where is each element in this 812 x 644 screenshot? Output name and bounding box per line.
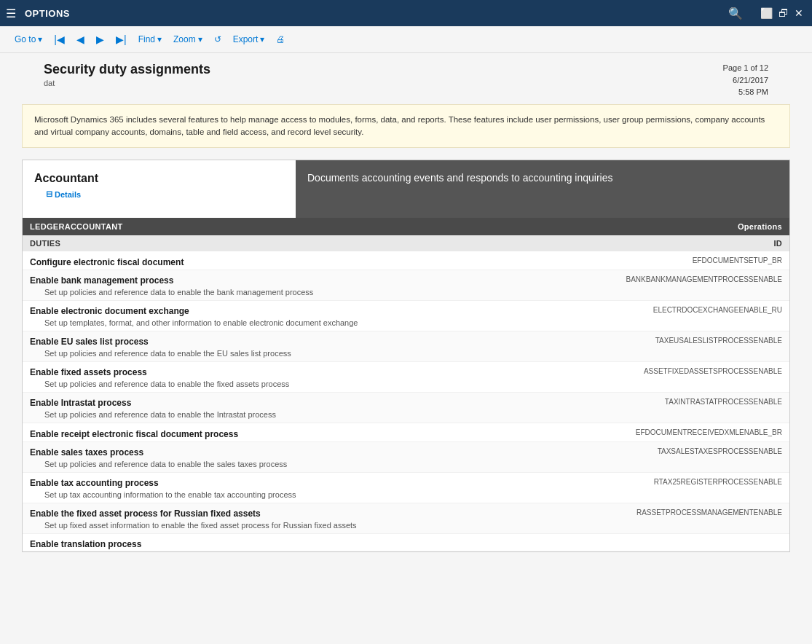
report-subtitle: dat bbox=[44, 79, 210, 87]
hamburger-menu-icon[interactable]: ☰ bbox=[6, 7, 16, 20]
minus-icon: ⊟ bbox=[46, 189, 52, 199]
accountant-title: Accountant bbox=[34, 172, 284, 185]
table-row: Enable electronic document exchangeSet u… bbox=[23, 301, 789, 331]
nav-last-button[interactable]: ▶| bbox=[116, 34, 127, 45]
accountant-header: Accountant ⊟ Details Documents accountin… bbox=[23, 160, 789, 218]
duty-name: Enable electronic document exchange bbox=[23, 301, 598, 318]
duty-id: TAXINTRASTATPROCESSENABLE bbox=[598, 393, 789, 423]
table-row: Enable tax accounting processSet up tax … bbox=[23, 473, 789, 503]
accountant-description: Documents accounting events and responds… bbox=[296, 160, 789, 218]
duty-description: Set up policies and reference data to en… bbox=[23, 287, 598, 300]
duty-name: Enable bank management process bbox=[23, 270, 598, 287]
nav-next-button[interactable]: ▶ bbox=[96, 34, 104, 45]
chevron-down-icon: ▾ bbox=[38, 34, 42, 44]
duty-name: Enable receipt electronic fiscal documen… bbox=[23, 424, 598, 441]
nav-prev-button[interactable]: ◀ bbox=[76, 34, 84, 45]
duty-id: ELECTRDOCEXCHANGEENABLE_RU bbox=[598, 301, 789, 331]
zoom-label: Zoom bbox=[173, 34, 196, 44]
close-icon[interactable]: ✕ bbox=[792, 4, 806, 22]
duty-name-cell: Enable bank management processSet up pol… bbox=[23, 270, 598, 301]
report-date: 6/21/2017 bbox=[723, 74, 768, 87]
info-box: Microsoft Dynamics 365 includes several … bbox=[22, 104, 790, 149]
refresh-button[interactable]: ↺ bbox=[214, 34, 221, 44]
duty-id: EFDOCUMENTRECEIVEDXMLENABLE_BR bbox=[598, 423, 789, 442]
table-row: Enable Intrastat processSet up policies … bbox=[23, 393, 789, 423]
duty-description: Set up policies and reference data to en… bbox=[23, 379, 598, 392]
find-chevron-icon: ▾ bbox=[157, 34, 162, 44]
zoom-button[interactable]: Zoom ▾ bbox=[173, 34, 202, 44]
duty-name: Enable Intrastat process bbox=[23, 393, 598, 409]
app-title: OPTIONS bbox=[25, 8, 375, 19]
duties-column-header: DUTIES bbox=[23, 235, 598, 251]
duty-name: Enable EU sales list process bbox=[23, 331, 598, 348]
main-container: Go to ▾ |◀ ◀ ▶ ▶| Find ▾ Zoom ▾ ↺ Export… bbox=[0, 26, 812, 644]
duty-id: ASSETFIXEDASSETSPROCESSENABLE bbox=[598, 362, 789, 393]
duty-id: TAXEUSALESLISTPROCESSENABLE bbox=[598, 331, 789, 362]
print-button[interactable]: 🖨 bbox=[276, 34, 285, 44]
duty-id: RASSETPROCESSMANAGEMENTENABLE bbox=[598, 503, 789, 534]
nav-first-button[interactable]: |◀ bbox=[54, 34, 65, 45]
duty-description: Set up policies and reference data to en… bbox=[23, 459, 598, 472]
toolbar: Go to ▾ |◀ ◀ ▶ ▶| Find ▾ Zoom ▾ ↺ Export… bbox=[0, 26, 812, 53]
report-meta: Page 1 of 12 6/21/2017 5:58 PM bbox=[723, 62, 768, 98]
table-row: Configure electronic fiscal documentEFDO… bbox=[23, 251, 789, 270]
role-header-row: LEDGERACCOUNTANT Operations bbox=[23, 218, 789, 235]
duty-name-cell: Enable tax accounting processSet up tax … bbox=[23, 473, 598, 503]
table-row: Enable fixed assets processSet up polici… bbox=[23, 362, 789, 393]
info-text: Microsoft Dynamics 365 includes several … bbox=[34, 115, 765, 136]
details-label: Details bbox=[55, 190, 81, 199]
table-row: Enable the fixed asset process for Russi… bbox=[23, 503, 789, 534]
accountant-name: Accountant ⊟ Details bbox=[23, 160, 296, 218]
duty-name: Enable the fixed asset process for Russi… bbox=[23, 503, 598, 520]
duty-id: RTAX25REGISTERPROCESSENABLE bbox=[598, 473, 789, 503]
duty-id bbox=[598, 534, 789, 551]
table-row: Enable sales taxes processSet up policie… bbox=[23, 442, 789, 473]
duty-name-cell: Enable Intrastat processSet up policies … bbox=[23, 393, 598, 423]
duty-name-cell: Enable receipt electronic fiscal documen… bbox=[23, 423, 598, 442]
goto-label: Go to bbox=[15, 34, 36, 44]
office-icon[interactable]: ⬜ bbox=[757, 4, 776, 22]
search-icon[interactable]: 🔍 bbox=[725, 4, 746, 23]
page-info: Page 1 of 12 bbox=[723, 62, 768, 74]
find-button[interactable]: Find ▾ bbox=[138, 34, 162, 44]
duty-name-cell: Enable sales taxes processSet up policie… bbox=[23, 442, 598, 473]
duty-name-cell: Enable translation process bbox=[23, 534, 598, 551]
export-label: Export bbox=[233, 34, 259, 44]
role-code-cell: LEDGERACCOUNTANT bbox=[23, 218, 598, 235]
report-header: Security duty assignments dat Page 1 of … bbox=[22, 53, 790, 104]
duty-description: Set up policies and reference data to en… bbox=[23, 348, 598, 361]
duty-id: TAXSALESTAXESPROCESSENABLE bbox=[598, 442, 789, 473]
restore-icon[interactable]: 🗗 bbox=[776, 4, 792, 22]
table-row: Enable bank management processSet up pol… bbox=[23, 270, 789, 301]
duty-name-cell: Enable fixed assets processSet up polici… bbox=[23, 362, 598, 393]
table-row: Enable EU sales list processSet up polic… bbox=[23, 331, 789, 362]
accountant-desc-text: Documents accounting events and responds… bbox=[307, 172, 612, 184]
table-row: Enable receipt electronic fiscal documen… bbox=[23, 423, 789, 442]
duty-description: Set up policies and reference data to en… bbox=[23, 409, 598, 423]
duties-subheader-row: DUTIES ID bbox=[23, 235, 789, 251]
duty-name: Configure electronic fiscal document bbox=[23, 252, 598, 269]
table-row: Enable translation process bbox=[23, 534, 789, 551]
find-label: Find bbox=[138, 34, 155, 44]
report-time: 5:58 PM bbox=[723, 86, 768, 98]
duty-name: Enable translation process bbox=[23, 534, 598, 551]
duty-name: Enable fixed assets process bbox=[23, 362, 598, 379]
accountant-section: Accountant ⊟ Details Documents accountin… bbox=[22, 160, 790, 552]
duty-id: BANKBANKMANAGEMENTPROCESSENABLE bbox=[598, 270, 789, 301]
duty-description: Set up fixed asset information to enable… bbox=[23, 520, 598, 533]
duty-description: Set up templates, format, and other info… bbox=[23, 318, 598, 331]
duty-name: Enable tax accounting process bbox=[23, 473, 598, 490]
duty-name-cell: Configure electronic fiscal document bbox=[23, 251, 598, 270]
content-area[interactable]: Security duty assignments dat Page 1 of … bbox=[0, 53, 812, 644]
duty-description: Set up tax accounting information to the… bbox=[23, 490, 598, 503]
id-column-header: ID bbox=[598, 235, 789, 251]
duty-name-cell: Enable electronic document exchangeSet u… bbox=[23, 301, 598, 331]
duty-id: EFDOCUMENTSETUP_BR bbox=[598, 251, 789, 270]
details-link[interactable]: ⊟ Details bbox=[46, 189, 272, 199]
goto-button[interactable]: Go to ▾ bbox=[15, 34, 42, 44]
duty-name-cell: Enable the fixed asset process for Russi… bbox=[23, 503, 598, 534]
zoom-chevron-icon: ▾ bbox=[198, 34, 202, 44]
export-button[interactable]: Export ▾ bbox=[233, 34, 265, 44]
export-chevron-icon: ▾ bbox=[260, 34, 264, 44]
duty-name: Enable sales taxes process bbox=[23, 442, 598, 459]
